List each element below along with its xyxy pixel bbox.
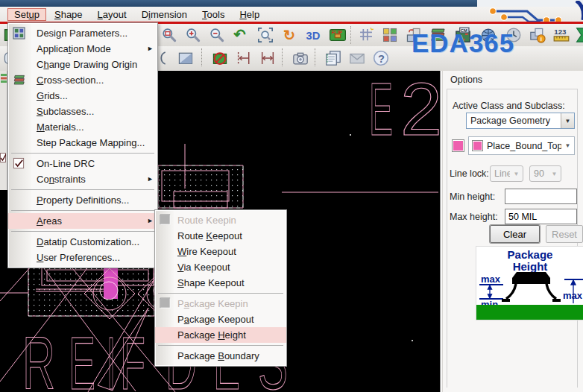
svg-text:CM: CM xyxy=(461,28,467,33)
menu-item-change-drawing-origin[interactable]: Change Drawing Origin xyxy=(8,57,157,72)
snapshot-camera-icon[interactable] xyxy=(291,48,310,68)
view-3d-icon[interactable]: 3D xyxy=(304,25,324,45)
mail-envelope-icon[interactable] xyxy=(347,48,367,68)
menu-item-datatip-customization[interactable]: Datatip Customization... xyxy=(8,234,157,250)
submenu-item-via-keepout[interactable]: Via Keepout xyxy=(155,259,286,275)
chevron-down-icon: ▼ xyxy=(548,166,561,181)
svg-text:?: ? xyxy=(378,53,385,65)
submenu-item-package-boundary[interactable]: Package Boundary xyxy=(155,348,286,364)
menu-separator xyxy=(8,208,157,213)
toolbar-separator xyxy=(201,48,202,66)
measure-123-icon[interactable]: 123 xyxy=(552,25,571,45)
menu-item-user-preferences[interactable]: User Preferences... xyxy=(8,250,157,265)
menubar-item-tools[interactable]: Tools xyxy=(195,8,231,21)
circuit-trace-decoration xyxy=(481,1,583,22)
toolbar-separator xyxy=(282,48,283,66)
submenu-item-package-height[interactable]: Package Height xyxy=(155,327,286,343)
active-class-label: Active Class and Subclass: xyxy=(453,101,565,111)
options-header: Options xyxy=(450,75,482,85)
menubar-item-dimension[interactable]: Dimension xyxy=(135,8,194,21)
svg-text:E: E xyxy=(369,71,393,151)
subclass-select[interactable]: Place_Bound_Top ▼ xyxy=(468,136,575,155)
zoom-previous-icon[interactable]: ↶ xyxy=(231,25,250,45)
menu-item-materials[interactable]: Materials... xyxy=(8,119,157,135)
help-question-icon[interactable]: ? xyxy=(371,48,391,68)
menubar-item-help[interactable]: Help xyxy=(233,8,266,21)
panel-splitter[interactable] xyxy=(442,71,443,392)
zoom-in-icon[interactable] xyxy=(183,25,203,45)
line-lock-label: Line lock: xyxy=(450,168,489,179)
swap-layers-icon[interactable] xyxy=(404,25,423,45)
properties-icon[interactable]: i xyxy=(528,25,547,45)
options-panel: Options Active Class and Subclass: Packa… xyxy=(440,71,583,392)
board-bar xyxy=(476,305,583,320)
canvas-text-e2: E 2 xyxy=(369,71,440,151)
redraw-icon[interactable]: ↻ xyxy=(280,25,300,45)
menu-item-application-mode[interactable]: Application Mode► xyxy=(8,41,157,57)
status-clock-icon[interactable] xyxy=(504,25,523,45)
dimension-linear-icon[interactable] xyxy=(234,48,253,68)
menu-separator xyxy=(155,343,286,348)
zoom-fit-icon[interactable] xyxy=(256,25,275,45)
svg-text:123: 123 xyxy=(554,28,567,36)
menu-item-subclasses[interactable]: Subclasses... xyxy=(8,104,157,119)
gray-swatch-icon xyxy=(160,297,172,310)
max-height-input[interactable] xyxy=(505,209,577,224)
chevron-down-icon: ▼ xyxy=(510,166,523,181)
svg-text:2: 2 xyxy=(400,71,440,151)
menu-item-areas[interactable]: Areas► xyxy=(8,213,157,229)
line-lock-type-select: Line ▼ xyxy=(490,165,523,182)
menubar-item-shape[interactable]: Shape xyxy=(48,8,89,21)
submenu-arrow-icon: ► xyxy=(147,213,154,229)
menu-item-grids[interactable]: Grids... xyxy=(8,88,157,104)
reset-button: Reset xyxy=(546,225,583,243)
menu-item-property-definitions[interactable]: Property Definitions... xyxy=(8,192,157,208)
max-height-label: Max height: xyxy=(450,212,498,222)
menu-item-constraints[interactable]: Constraints► xyxy=(8,171,157,187)
zoom-out-icon[interactable] xyxy=(207,25,227,45)
svg-text:I: I xyxy=(107,321,116,392)
grid-toggle-icon[interactable] xyxy=(356,25,376,45)
menu-item-design-parameters[interactable]: Design Parameters... xyxy=(8,25,157,41)
hourglass-icon[interactable] xyxy=(573,25,583,45)
subclass-color-swatch-inner xyxy=(472,140,483,151)
menu-item-step-package-mapping[interactable]: Step Package Mapping... xyxy=(8,135,157,151)
min-height-input[interactable] xyxy=(505,189,577,204)
dimension-distance-icon[interactable] xyxy=(258,48,277,68)
menu-separator xyxy=(8,229,157,234)
svg-text:Height: Height xyxy=(513,260,548,273)
cursor-dot xyxy=(350,134,351,136)
chevron-down-icon[interactable]: ▼ xyxy=(561,113,574,128)
menu-item-cross-section[interactable]: Cross-section... xyxy=(8,72,157,88)
world-view-icon[interactable] xyxy=(479,25,498,45)
script-notebook-icon[interactable] xyxy=(324,48,343,68)
gray-swatch-icon xyxy=(160,214,172,227)
menu-item-on-line-drc[interactable]: On-Line DRC xyxy=(8,156,157,171)
submenu-item-package-keepin: Package Keepin xyxy=(155,296,286,312)
cross-section-icon xyxy=(13,74,25,86)
clear-button[interactable]: Clear xyxy=(490,225,540,243)
menubar-item-setup[interactable]: Setup xyxy=(7,8,46,21)
flip-design-icon[interactable]: FLIP xyxy=(328,25,347,45)
svg-text:↶: ↶ xyxy=(233,27,245,42)
constraint-manager-icon[interactable]: CM xyxy=(453,25,473,45)
submenu-item-package-keepout[interactable]: Package Keepout xyxy=(155,312,286,327)
svg-text:E: E xyxy=(69,321,95,392)
zoom-window-icon[interactable] xyxy=(160,25,179,45)
svg-text:FLIP: FLIP xyxy=(331,30,342,35)
checkbox-icon-sliver xyxy=(0,153,6,162)
svg-text:↻: ↻ xyxy=(283,27,295,43)
submenu-item-shape-keepout[interactable]: Shape Keepout xyxy=(155,275,286,291)
submenu-arrow-icon: ► xyxy=(147,171,154,187)
svg-text:F: F xyxy=(120,321,145,392)
drc-update-icon[interactable] xyxy=(210,48,230,68)
class-select[interactable]: Package Geometry ▼ xyxy=(466,113,575,129)
color-dialog-icon[interactable] xyxy=(380,25,400,45)
window-titlebar xyxy=(0,0,477,7)
chevron-down-icon[interactable]: ▼ xyxy=(561,137,574,154)
shaded-rect-icon[interactable] xyxy=(176,48,195,68)
submenu-item-route-keepout[interactable]: Route Keepout xyxy=(155,228,286,244)
submenu-item-wire-keepout[interactable]: Wire Keepout xyxy=(155,244,286,259)
cross-section-icon[interactable] xyxy=(428,25,447,45)
menubar-item-layout[interactable]: Layout xyxy=(91,8,133,21)
